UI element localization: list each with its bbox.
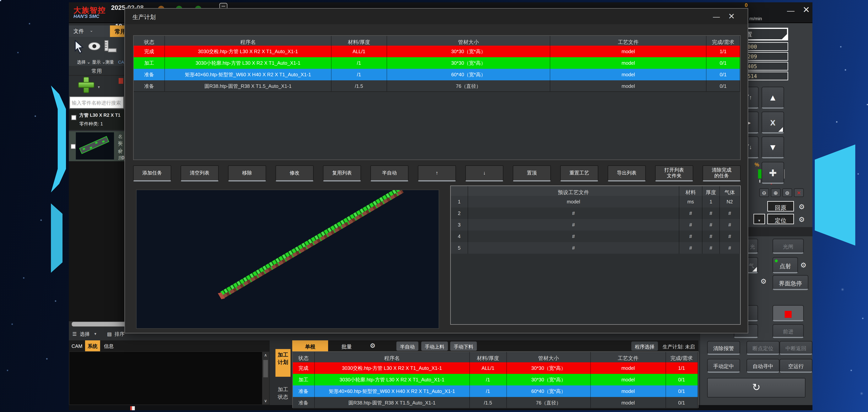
preset-row[interactable]: 4#### <box>451 231 740 242</box>
part-group-row[interactable]: 方管 L30 X R2 X T1 零件种类: 1 <box>69 110 124 130</box>
estop-gear-icon[interactable]: ⚙ <box>761 277 767 285</box>
gear-icon[interactable]: ⚙ <box>370 342 376 350</box>
tab-info[interactable]: 信息 <box>101 340 116 351</box>
group-checkbox[interactable] <box>71 115 76 120</box>
dialog-titlebar[interactable]: 生产计划 <box>125 9 748 24</box>
dialog-minimize-button[interactable]: — <box>713 13 720 21</box>
ui-estop-button[interactable]: 界面急停 <box>773 275 808 290</box>
tab-system[interactable]: 系统 <box>85 340 100 351</box>
breakpoint-locate-button[interactable]: 断点定位 <box>746 341 779 355</box>
dialog-button[interactable]: 添加任务 <box>133 165 171 181</box>
dialog-table-row[interactable]: 准备矩形40×60.htp-矩型管_W60 X H40 X R2 X T1_Au… <box>134 69 740 80</box>
dialog-button[interactable]: 移除 <box>228 165 266 181</box>
dialog-table-row[interactable]: 加工3030小轮廓.htp-方管 L30 X R2 X T1_Auto_X1-1… <box>134 57 740 69</box>
ruler-icon[interactable] <box>103 39 118 54</box>
eye-icon[interactable] <box>88 42 101 51</box>
speed-circle-button[interactable]: ⊜ <box>782 188 792 197</box>
tab-single[interactable]: 单根 <box>292 340 328 351</box>
vtab-machining-status[interactable]: 加工状态 <box>275 384 290 405</box>
menu-show[interactable]: 显示 ⌄ <box>89 60 105 65</box>
dialog-button[interactable]: 打开列表 文件夹 <box>655 165 693 181</box>
part-card[interactable]: 名称 大小 材质 0 <box>69 131 124 161</box>
semi-auto-button[interactable]: 半自动 <box>396 342 418 351</box>
dialog-button[interactable]: 清空列表 <box>181 165 219 181</box>
scroll-down-icon[interactable]: ∨ <box>262 399 269 403</box>
manual-load-button[interactable]: 手动上料 <box>421 342 448 351</box>
vtab-machining-plan[interactable]: 加工计划 <box>275 349 290 377</box>
close-red-button[interactable]: ✕ <box>794 188 804 197</box>
dialog-button[interactable]: 清除完成 的任务 <box>703 165 741 181</box>
cursor-icon[interactable] <box>73 40 85 54</box>
dialog-button[interactable]: 修改 <box>275 165 314 181</box>
menu-file[interactable]: 文件 <box>73 28 84 35</box>
app-close-button[interactable]: ✕ <box>803 6 810 14</box>
menu-measure[interactable]: 测量 <box>105 60 114 65</box>
3d-viewport[interactable] <box>136 190 439 329</box>
scrollbar-thumb[interactable] <box>263 360 268 377</box>
stop-button[interactable] <box>773 305 804 321</box>
bottom-table-row[interactable]: 准备圆R38.htp-圆管_R38 X T1.5_Auto_X1-1/1.576… <box>293 397 698 409</box>
vertical-scrollbar[interactable]: ∧ ∨ <box>262 352 269 405</box>
dialog-button[interactable]: 置顶 <box>513 165 551 181</box>
dialog-table-row[interactable]: 完成3030交检.htp-方管 L30 X R2 X T1_Auto_X1-1A… <box>134 46 740 57</box>
spot-gear-icon[interactable]: ⚙ <box>800 261 806 269</box>
dry-run-button[interactable]: 空运行 <box>779 359 812 373</box>
part-checkbox[interactable] <box>71 144 76 149</box>
preset-row[interactable]: 2#### <box>451 207 740 219</box>
cell: 圆R38.htp-圆管_R38 X T1.5_Auto_X1-1 <box>165 80 331 91</box>
preset-row[interactable]: 1modelms1N2 <box>451 196 740 207</box>
dialog-button[interactable]: 导出列表 <box>608 165 646 181</box>
jog-down-button[interactable]: ▼ <box>762 136 784 158</box>
header-cell: 气体 <box>720 186 740 196</box>
minus-circle-button[interactable]: ⊖ <box>759 188 769 197</box>
locate-dropdown[interactable]: ▾ <box>753 214 765 224</box>
part-search-input[interactable]: 输入零件名称进行搜索 <box>69 97 124 109</box>
refresh-button[interactable]: ↻ <box>707 378 806 398</box>
shutter-button[interactable]: 光闸 <box>773 239 804 254</box>
scroll-up-icon[interactable]: ∧ <box>262 352 269 358</box>
part-list-area[interactable] <box>69 161 124 321</box>
home-gear-icon[interactable]: ⚙ <box>799 203 805 211</box>
tab-cam[interactable]: CAM <box>70 340 84 351</box>
delete-part-icon[interactable] <box>119 78 123 84</box>
program-select-button[interactable]: 程序选择 <box>631 342 658 351</box>
jog-up-button[interactable]: ▲ <box>762 87 784 109</box>
locate-gear-icon[interactable]: ⚙ <box>799 215 805 224</box>
spot-fire-button[interactable]: 点射 <box>773 257 798 273</box>
home-button[interactable]: 回原 <box>767 201 794 211</box>
dialog-button[interactable]: 复用列表 <box>323 165 361 181</box>
dialog-table-row[interactable]: 准备圆R38.htp-圆管_R38 X T1.5_Auto_X1-1/1.576… <box>134 80 740 92</box>
forward-button[interactable]: 前进 <box>773 324 804 338</box>
cell: /1.5 <box>470 397 507 408</box>
bottom-table-row[interactable]: 完成3030交检.htp-方管 L30 X R2 X T1_Auto_X1-1A… <box>293 362 698 374</box>
taskbar-app-icon[interactable] <box>130 406 135 410</box>
auto-center-button[interactable]: 自动寻中 <box>746 359 779 373</box>
dialog-close-button[interactable]: ✕ <box>728 11 735 21</box>
preset-row[interactable]: 3#### <box>451 219 740 231</box>
cell: 准备 <box>293 397 315 408</box>
manual-center-button[interactable]: 手动定中 <box>707 359 740 373</box>
dialog-button[interactable]: 半自动 <box>370 165 408 181</box>
sort-button[interactable]: 排序 <box>115 331 124 338</box>
locate-button[interactable]: 定位 <box>767 214 794 224</box>
manual-unload-button[interactable]: 手动下料 <box>450 342 477 351</box>
dialog-button[interactable]: 重置工艺 <box>560 165 598 181</box>
clear-alarm-button[interactable]: 清除报警 <box>707 341 740 355</box>
bottom-table-row[interactable]: 准备矩形40×60.htp-矩型管_W60 X H40 X R2 X T1_Au… <box>293 385 698 397</box>
add-part-button[interactable] <box>78 77 93 92</box>
dialog-button[interactable]: ↑ <box>418 165 456 181</box>
select-button[interactable]: 选择 <box>80 331 90 338</box>
plus-circle-button[interactable]: ⊕ <box>771 188 781 197</box>
app-minimize-button[interactable]: — <box>787 7 795 15</box>
bottom-table-row[interactable]: 加工3030小轮廓.htp-方管 L30 X R2 X T1_Auto_X1-1… <box>293 374 698 385</box>
interrupt-return-button[interactable]: 中断返回 <box>779 341 812 355</box>
select-dropdown-icon[interactable]: ▾ <box>94 332 96 336</box>
tab-batch[interactable]: 批量 <box>331 340 363 351</box>
x-axis-button[interactable]: X <box>762 111 784 134</box>
tube-preview <box>220 190 404 298</box>
menu-select[interactable]: 选择 ⌄ <box>74 60 90 65</box>
dialog-button[interactable]: ↓ <box>465 165 503 181</box>
add-part-dropdown-icon[interactable]: ▾ <box>98 85 100 90</box>
plus-button[interactable]: ✚ <box>762 162 784 184</box>
preset-row[interactable]: 5#### <box>451 242 740 254</box>
